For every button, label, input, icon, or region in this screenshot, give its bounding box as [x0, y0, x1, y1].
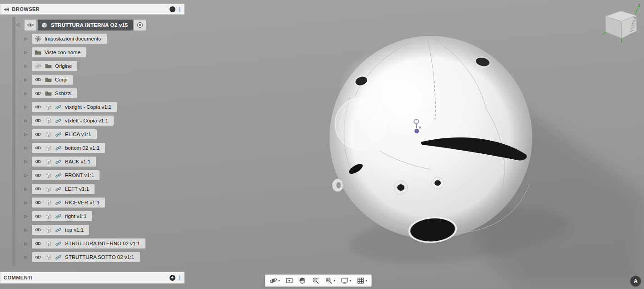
disclosure-triangle-icon[interactable]: ▷ [23, 200, 29, 205]
visibility-eye-icon[interactable] [35, 185, 42, 193]
browser-tree-row[interactable]: ▷ Viste con nome [0, 46, 185, 59]
tool-icon [357, 277, 364, 284]
visibility-eye-icon[interactable] [35, 117, 42, 124]
activate-component-radio[interactable] [134, 20, 146, 30]
folder-icon [45, 76, 52, 83]
nav-tool-zoom[interactable] [310, 275, 322, 286]
visibility-eye-icon[interactable] [25, 20, 36, 30]
browser-tree-row[interactable]: ▷ FRONT v1:1 [0, 168, 185, 182]
browser-tree-row[interactable]: ▷ bottom 02 v1:1 [0, 141, 185, 155]
minimize-panel-button[interactable]: − [170, 6, 175, 12]
visibility-eye-icon[interactable] [35, 172, 42, 179]
visibility-eye-icon[interactable] [35, 103, 42, 111]
item-label[interactable]: Origine [55, 63, 72, 69]
browser-tree-row[interactable]: ▷ Schizzi [0, 86, 185, 100]
nav-tool-display[interactable]: ▾ [339, 275, 354, 286]
panel-drag-grip-icon[interactable]: ∥ [179, 6, 181, 12]
item-label[interactable]: ELICA v1:1 [65, 132, 91, 137]
browser-tree-row[interactable]: ▷ vtxright - Copia v1:1 [0, 100, 185, 114]
browser-tree-row[interactable]: ▷ LEFT v1:1 [0, 182, 185, 196]
assistant-button[interactable]: A [630, 276, 641, 286]
browser-tree-row[interactable]: ▷ top v1:1 [0, 223, 185, 237]
visibility-eye-off-icon[interactable] [35, 62, 42, 70]
item-label[interactable]: FRONT v1:1 [65, 172, 94, 178]
disclosure-triangle-icon[interactable]: ▷ [23, 132, 29, 137]
collapse-panel-icon[interactable]: ◀◀ [4, 7, 8, 11]
item-label[interactable]: bottom 02 v1:1 [65, 145, 100, 151]
browser-tree-row[interactable]: ▷ Corpi [0, 73, 185, 86]
disclosure-triangle-icon[interactable]: ▷ [23, 255, 29, 259]
browser-tree-row[interactable]: ▷ STRUTTURA SOTTO 02 v1:1 [0, 250, 185, 264]
disclosure-triangle-icon[interactable]: ▷ [23, 173, 29, 177]
comments-panel-header[interactable]: COMMENTI + ∥ [0, 272, 185, 284]
item-label[interactable]: LEFT v1:1 [65, 186, 89, 192]
active-component-chip[interactable]: STRUTTURA INTERNA O2 v15 [38, 20, 133, 30]
item-label[interactable]: right v1:1 [65, 213, 86, 219]
disclosure-triangle-icon[interactable]: ▷ [23, 187, 29, 191]
browser-root-row[interactable]: ▷ STRUTTURA INTERNA O2 v15 [0, 18, 185, 32]
visibility-eye-icon[interactable] [35, 90, 42, 97]
browser-tree-row[interactable]: ▷ STRUTTURA INTERNO 02 v1:1 [0, 237, 185, 250]
disclosure-triangle-icon[interactable]: ▷ [23, 159, 29, 164]
browser-tree-row[interactable]: ▷ right v1:1 [0, 209, 185, 223]
disclosure-triangle-expanded-icon[interactable]: ▷ [15, 21, 23, 29]
item-label[interactable]: STRUTTURA INTERNO 02 v1:1 [65, 241, 140, 246]
item-label[interactable]: RICEVER v1:1 [65, 200, 100, 205]
item-label[interactable]: Impostazioni documento [45, 36, 101, 41]
item-label[interactable]: top v1:1 [65, 227, 84, 233]
item-label[interactable]: vtxright - Copia v1:1 [65, 104, 111, 110]
visibility-eye-icon[interactable] [35, 144, 42, 152]
visibility-eye-icon[interactable] [35, 131, 42, 138]
panel-drag-grip-icon[interactable]: ∥ [179, 275, 181, 281]
add-comment-button[interactable]: + [170, 275, 175, 281]
item-label[interactable]: Schizzi [55, 91, 71, 96]
disclosure-triangle-icon[interactable]: ▷ [23, 64, 29, 68]
visibility-eye-icon[interactable] [35, 254, 42, 261]
visibility-eye-icon[interactable] [35, 158, 42, 165]
tool-icon [312, 277, 320, 284]
viewcube[interactable]: SINISTRA Z [599, 1, 643, 45]
disclosure-triangle-icon[interactable]: ▷ [23, 91, 29, 96]
caret-down-icon: ▾ [365, 279, 367, 283]
root-component-label[interactable]: STRUTTURA INTERNA O2 v15 [51, 22, 128, 28]
browser-tree-row[interactable]: ▷ Impostazioni documento [0, 32, 185, 46]
browser-panel-header[interactable]: ◀◀ BROWSER − ∥ [0, 4, 185, 15]
browser-tree-row[interactable]: ▷ BACK v1:1 [0, 155, 185, 168]
disclosure-triangle-icon[interactable]: ▷ [23, 36, 29, 41]
component-icon [45, 240, 52, 247]
nav-tool-pan[interactable] [296, 275, 309, 286]
disclosure-triangle-icon[interactable]: ▷ [23, 146, 29, 150]
visibility-eye-icon[interactable] [35, 76, 42, 83]
disclosure-triangle-icon[interactable]: ▷ [23, 214, 29, 218]
visibility-eye-icon[interactable] [35, 240, 42, 247]
disclosure-triangle-icon[interactable]: ▷ [23, 228, 29, 232]
folder-icon [45, 90, 52, 97]
browser-tree-row[interactable]: ▷ RICEVER v1:1 [0, 196, 185, 209]
disclosure-triangle-icon[interactable]: ▷ [23, 77, 29, 82]
nav-tool-orbit[interactable]: ▾ [267, 275, 282, 286]
item-label[interactable]: vtxleft - Copia v1:1 [65, 118, 108, 123]
item-label[interactable]: Corpi [55, 77, 67, 82]
component-icon [45, 131, 52, 138]
item-label[interactable]: STRUTTURA SOTTO 02 v1:1 [65, 254, 135, 260]
disclosure-triangle-icon[interactable]: ▷ [23, 50, 29, 55]
item-label[interactable]: BACK v1:1 [65, 159, 90, 164]
disclosure-triangle-icon[interactable]: ▷ [23, 241, 29, 246]
nav-tool-look-at[interactable] [283, 275, 295, 286]
nav-tool-grid[interactable]: ▾ [354, 275, 369, 286]
nav-tool-fit[interactable]: ▾ [323, 275, 338, 286]
link-icon [55, 199, 62, 206]
fusion360-app: SINISTRA Z ◀◀ BROWSER − ∥ ▷ [0, 0, 644, 289]
disclosure-triangle-icon[interactable]: ▷ [23, 118, 29, 123]
visibility-eye-icon[interactable] [35, 226, 42, 233]
link-icon [55, 117, 62, 124]
item-label[interactable]: Viste con nome [45, 50, 80, 55]
visibility-eye-icon[interactable] [35, 199, 42, 206]
component-icon [45, 199, 52, 206]
visibility-eye-icon[interactable] [35, 213, 42, 220]
browser-tree-row[interactable]: ▷ vtxleft - Copia v1:1 [0, 114, 185, 127]
browser-tree-row[interactable]: ▷ ELICA v1:1 [0, 127, 185, 141]
disclosure-triangle-icon[interactable]: ▷ [23, 105, 29, 109]
link-icon [55, 172, 62, 179]
browser-tree-row[interactable]: ▷ Origine [0, 59, 185, 73]
